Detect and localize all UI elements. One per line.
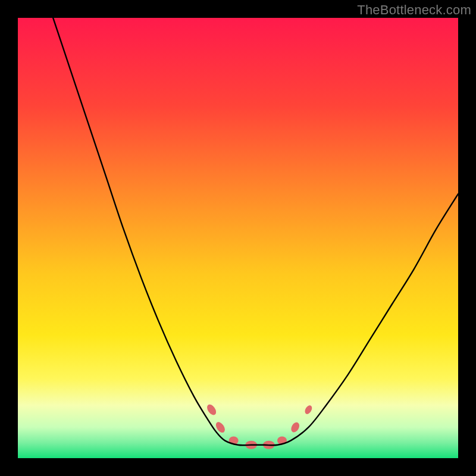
chart-frame (18, 18, 458, 458)
watermark-text: TheBottleneck.com (357, 2, 471, 18)
gradient-background (18, 18, 458, 458)
bottleneck-curve-chart (18, 18, 458, 458)
